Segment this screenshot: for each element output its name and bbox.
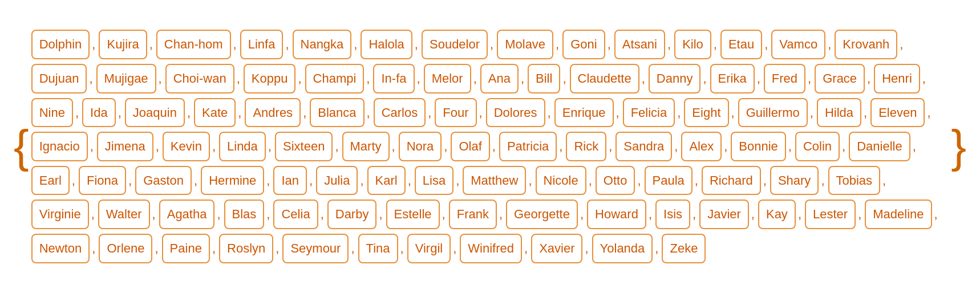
list-item: Melor, [424,64,480,93]
tag-label: Felicia [623,98,675,128]
list-item: Choi-wan, [165,64,244,93]
comma-separator: , [118,101,122,124]
tag-label: Ana [480,64,519,93]
comma-separator: , [757,67,760,90]
comma-separator: , [238,101,241,124]
list-item: Winifred, [460,234,531,263]
comma-separator: , [428,101,431,124]
list-item: Joaquin, [125,98,194,128]
list-item: Ida, [82,98,125,128]
tag-label: Richard [702,166,761,196]
tag-label: Celia [273,200,318,229]
list-item: Estelle, [386,200,449,229]
comma-separator: , [674,135,678,158]
tag-label: Vamco [771,30,825,59]
comma-separator: , [89,67,92,90]
comma-separator: , [298,67,301,90]
comma-separator: , [724,135,727,158]
tag-label: Lester [805,200,856,229]
list-item: Kate, [194,98,245,128]
tag-label: Darby [327,200,377,229]
list-item: Nicole, [536,166,596,196]
tag-label: Georgette [506,200,578,229]
list-item: Xavier, [531,234,592,263]
comma-separator: , [864,101,867,124]
comma-separator: , [335,135,338,158]
list-item: Henri, [874,64,929,93]
list-item: Ana, [480,64,528,93]
comma-separator: , [922,67,926,90]
tag-label: Hilda [817,98,861,128]
comma-separator: , [609,135,612,158]
tag-label: Karl [367,166,406,196]
list-item: Karl, [367,166,415,196]
list-item: Blanca, [310,98,373,128]
tag-label: Colin [795,132,840,161]
tag-label: Andres [245,98,301,128]
list-item: Fiona, [79,166,135,196]
list-item: Richard, [702,166,770,196]
list-item: Nine, [31,98,82,128]
tag-label: Roslyn [219,234,273,263]
list-item: Jimena, [97,132,163,161]
list-item: Seymour, [282,234,358,263]
comma-separator: , [415,33,418,56]
tag-label: Chan-hom [156,30,231,59]
comma-separator: , [92,237,95,260]
list-item: Hilda, [817,98,870,128]
comma-separator: , [808,67,811,90]
comma-separator: , [589,169,592,192]
list-item: Dujuan, [31,64,96,93]
comma-separator: , [90,135,94,158]
comma-separator: , [321,203,324,226]
list-item: Kay, [758,200,805,229]
list-item: Virginie, [31,200,98,229]
list-item: Tobias, [828,166,890,196]
tag-label: Nine [31,98,73,128]
tag-label: Linfa [240,30,284,59]
list-item: Orlene, [99,234,161,263]
list-item: Carlos, [374,98,435,128]
comma-separator: , [417,67,420,90]
tag-label: Henri [874,64,920,93]
tag-label: Dujuan [31,64,87,93]
tag-label: Champi [305,64,365,93]
comma-separator: , [128,169,132,192]
comma-separator: , [233,33,237,56]
tag-label: Olaf [451,132,489,161]
comma-separator: , [360,169,363,192]
comma-separator: , [442,203,446,226]
tag-label: Howard [587,200,646,229]
list-item: Four, [435,98,485,128]
tag-label: Erika [710,64,755,93]
comma-separator: , [703,67,706,90]
comma-separator: , [695,169,698,192]
list-item: Mujigae, [96,64,165,93]
list-item: Matthew, [463,166,535,196]
list-item: Frank, [449,200,506,229]
tag-label: Blas [224,200,265,229]
comma-separator: , [266,203,270,226]
tag-label: Choi-wan [165,64,234,93]
tag-label: Jimena [97,132,153,161]
tag-label: Rick [566,132,606,161]
comma-separator: , [392,135,395,158]
list-item: Etau, [720,30,771,59]
comma-separator: , [400,237,404,260]
list-item: Erika, [710,64,764,93]
tag-label: Tina [358,234,398,263]
list-item: Georgette, [506,200,587,229]
list-item: Lisa, [415,166,463,196]
comma-separator: , [556,33,559,56]
tag-label: Claudette [570,64,639,93]
tag-label: Joaquin [125,98,185,128]
comma-separator: , [212,135,216,158]
tag-label: Eight [684,98,728,128]
list-item: Javier, [699,200,758,229]
comma-separator: , [217,203,220,226]
comma-separator: , [616,101,619,124]
tag-label: Kilo [674,30,711,59]
tag-label: Tobias [828,166,881,196]
tag-label: Ignacio [31,132,88,161]
comma-separator: , [194,169,197,192]
